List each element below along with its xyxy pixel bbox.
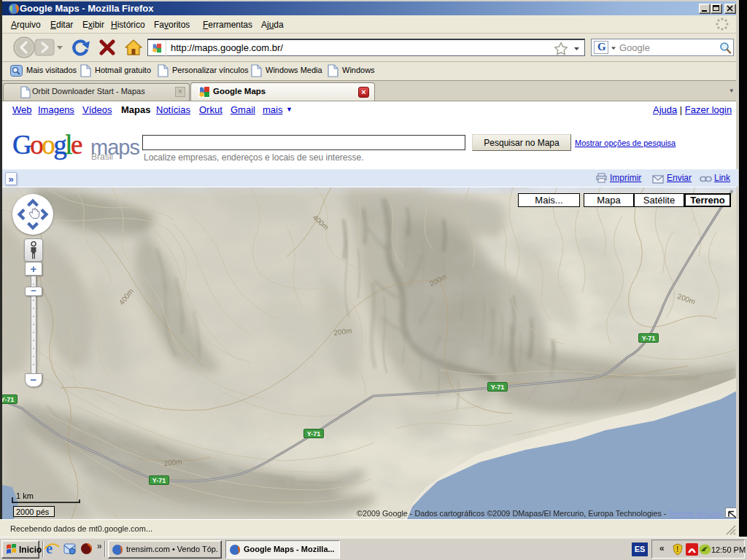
svg-text:!: ! bbox=[676, 545, 678, 553]
